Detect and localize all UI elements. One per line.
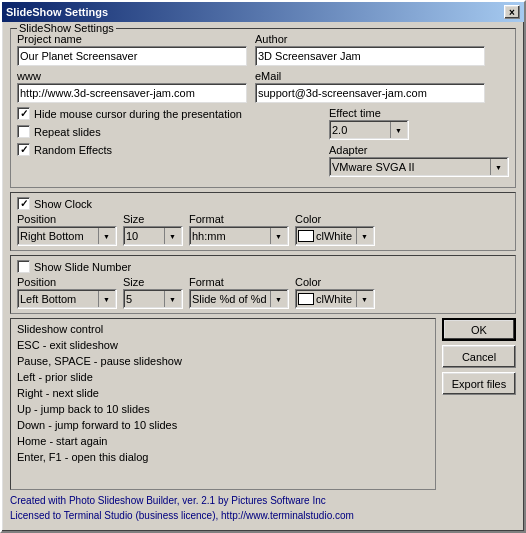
- buttons-column: OK Cancel Export files: [442, 318, 516, 490]
- project-name-group: Project name: [17, 33, 247, 66]
- clock-color-dropdown[interactable]: clWhite ▼: [295, 226, 375, 246]
- slide-color-group: Color clWhite ▼: [295, 276, 375, 309]
- slide-position-dropdown[interactable]: Left Bottom ▼: [17, 289, 117, 309]
- clock-position-arrow: ▼: [98, 228, 114, 244]
- control-line: ESC - exit slideshow: [17, 337, 429, 353]
- slide-size-value: 5: [126, 293, 164, 305]
- project-name-input[interactable]: [17, 46, 247, 66]
- control-line: Pause, SPACE - pause slideshow: [17, 353, 429, 369]
- slide-controls-row: Position Left Bottom ▼ Size 5 ▼ Format: [17, 276, 509, 309]
- slide-color-dropdown[interactable]: clWhite ▼: [295, 289, 375, 309]
- hide-mouse-label: Hide mouse cursor during the presentatio…: [34, 108, 242, 120]
- clock-position-group: Position Right Bottom ▼: [17, 213, 117, 246]
- control-line: Home - start again: [17, 433, 429, 449]
- author-input[interactable]: [255, 46, 485, 66]
- www-label: www: [17, 70, 247, 82]
- hide-mouse-checkbox[interactable]: [17, 107, 30, 120]
- show-slide-label: Show Slide Number: [34, 261, 131, 273]
- random-effects-label: Random Effects: [34, 144, 112, 156]
- project-author-row: Project name Author: [17, 33, 509, 66]
- slide-format-value: Slide %d of %d: [192, 293, 270, 305]
- control-line: Right - next slide: [17, 385, 429, 401]
- clock-section: Show Clock Position Right Bottom ▼ Size …: [10, 192, 516, 251]
- adapter-value: VMware SVGA II: [332, 161, 490, 173]
- adapter-arrow: ▼: [490, 159, 506, 175]
- slide-format-group: Format Slide %d of %d ▼: [189, 276, 289, 309]
- effect-adapter-area: Effect time 2.0 ▼ Adapter VMware SVGA II…: [329, 107, 509, 177]
- control-line: Down - jump forward to 10 slides: [17, 417, 429, 433]
- clock-controls-row: Position Right Bottom ▼ Size 10 ▼ Format: [17, 213, 509, 246]
- adapter-group: Adapter VMware SVGA II ▼: [329, 144, 509, 177]
- slide-size-label: Size: [123, 276, 183, 288]
- slide-size-arrow: ▼: [164, 291, 180, 307]
- repeat-slides-checkbox[interactable]: [17, 125, 30, 138]
- export-files-button[interactable]: Export files: [442, 372, 516, 395]
- ok-button[interactable]: OK: [442, 318, 516, 341]
- slide-format-label: Format: [189, 276, 289, 288]
- clock-position-label: Position: [17, 213, 117, 225]
- control-lines: ESC - exit slideshowPause, SPACE - pause…: [17, 337, 429, 465]
- clock-size-arrow: ▼: [164, 228, 180, 244]
- close-button[interactable]: ×: [504, 5, 520, 19]
- clock-size-dropdown[interactable]: 10 ▼: [123, 226, 183, 246]
- repeat-slides-row: Repeat slides: [17, 125, 321, 138]
- www-input[interactable]: [17, 83, 247, 103]
- bottom-section: Slideshow control ESC - exit slideshowPa…: [10, 318, 516, 490]
- title-bar-text: SlideShow Settings: [6, 6, 108, 18]
- title-bar: SlideShow Settings ×: [2, 2, 524, 22]
- slideshow-control-label: Slideshow control: [17, 323, 429, 335]
- clock-format-arrow: ▼: [270, 228, 286, 244]
- show-clock-label: Show Clock: [34, 198, 92, 210]
- slide-size-group: Size 5 ▼: [123, 276, 183, 309]
- show-slide-checkbox[interactable]: [17, 260, 30, 273]
- author-group: Author: [255, 33, 485, 66]
- clock-color-arrow: ▼: [356, 228, 372, 244]
- project-name-label: Project name: [17, 33, 247, 45]
- email-group: eMail: [255, 70, 485, 103]
- checkboxes-effects-row: Hide mouse cursor during the presentatio…: [17, 107, 509, 177]
- slide-position-value: Left Bottom: [20, 293, 98, 305]
- slideshow-control-box: Slideshow control ESC - exit slideshowPa…: [10, 318, 436, 490]
- content-area: SlideShow Settings Project name Author w…: [2, 22, 524, 531]
- cancel-button[interactable]: Cancel: [442, 345, 516, 368]
- slide-section: Show Slide Number Position Left Bottom ▼…: [10, 255, 516, 314]
- effect-time-label: Effect time: [329, 107, 509, 119]
- footer-line2: Licensed to Terminal Studio (business li…: [10, 508, 516, 523]
- clock-position-value: Right Bottom: [20, 230, 98, 242]
- email-input[interactable]: [255, 83, 485, 103]
- show-clock-checkbox[interactable]: [17, 197, 30, 210]
- adapter-dropdown[interactable]: VMware SVGA II ▼: [329, 157, 509, 177]
- slide-color-label: Color: [295, 276, 375, 288]
- slide-size-dropdown[interactable]: 5 ▼: [123, 289, 183, 309]
- effect-time-dropdown[interactable]: 2.0 ▼: [329, 120, 409, 140]
- control-line: Enter, F1 - open this dialog: [17, 449, 429, 465]
- adapter-label: Adapter: [329, 144, 509, 156]
- slide-format-dropdown[interactable]: Slide %d of %d ▼: [189, 289, 289, 309]
- clock-size-value: 10: [126, 230, 164, 242]
- control-line: Up - jump back to 10 slides: [17, 401, 429, 417]
- slide-color-value: clWhite: [316, 293, 356, 305]
- author-label: Author: [255, 33, 485, 45]
- hide-mouse-row: Hide mouse cursor during the presentatio…: [17, 107, 321, 120]
- clock-format-group: Format hh:mm ▼: [189, 213, 289, 246]
- clock-color-value: clWhite: [316, 230, 356, 242]
- effect-time-arrow: ▼: [390, 122, 406, 138]
- clock-size-label: Size: [123, 213, 183, 225]
- footer-area: Created with Photo Slideshow Builder, ve…: [10, 490, 516, 525]
- show-clock-row: Show Clock: [17, 197, 509, 210]
- clock-format-dropdown[interactable]: hh:mm ▼: [189, 226, 289, 246]
- effect-time-group: Effect time 2.0 ▼: [329, 107, 509, 140]
- main-window: SlideShow Settings × SlideShow Settings …: [0, 0, 526, 533]
- effect-time-value: 2.0: [332, 124, 390, 136]
- group-label: SlideShow Settings: [17, 22, 116, 34]
- control-line: Left - prior slide: [17, 369, 429, 385]
- clock-position-dropdown[interactable]: Right Bottom ▼: [17, 226, 117, 246]
- slideshow-settings-group: SlideShow Settings Project name Author w…: [10, 28, 516, 188]
- slide-color-arrow: ▼: [356, 291, 372, 307]
- random-effects-checkbox[interactable]: [17, 143, 30, 156]
- random-effects-row: Random Effects: [17, 143, 321, 156]
- clock-color-box: [298, 230, 314, 242]
- show-slide-row: Show Slide Number: [17, 260, 509, 273]
- www-group: www: [17, 70, 247, 103]
- slide-position-group: Position Left Bottom ▼: [17, 276, 117, 309]
